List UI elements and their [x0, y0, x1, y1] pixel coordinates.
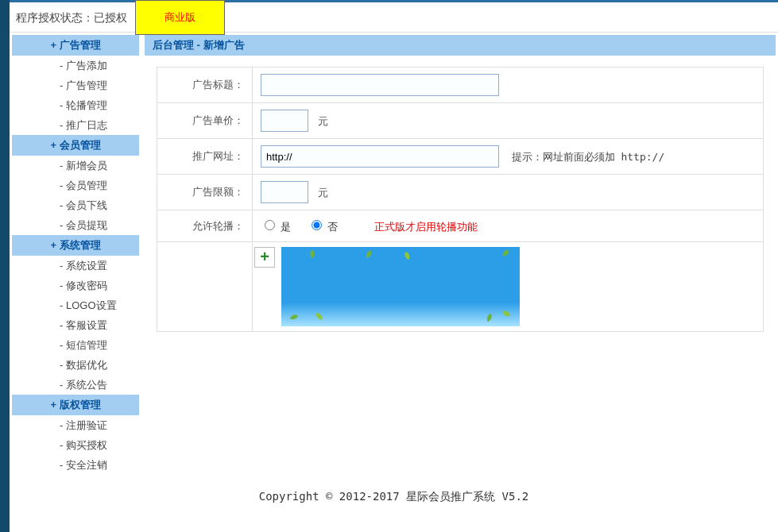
input-url[interactable]: [261, 145, 499, 168]
sidebar-item-sys-settings[interactable]: - 系统设置: [12, 256, 139, 276]
sidebar-item-reg-verify[interactable]: - 注册验证: [12, 415, 139, 435]
sidebar-item-safe-logout[interactable]: - 安全注销: [12, 455, 139, 475]
hint-carousel: 正式版才启用轮播功能: [374, 221, 478, 233]
label-image: [157, 242, 253, 332]
unit-limit: 元: [318, 187, 328, 199]
sidebar-section-system: + 系统管理 - 系统设置 - 修改密码 - LOGO设置 - 客服设置 - 短…: [12, 235, 139, 395]
label-price: 广告单价：: [157, 103, 253, 139]
leaf-icon: [479, 310, 497, 326]
sidebar-item-member-downline[interactable]: - 会员下线: [12, 195, 139, 215]
footer: Copyright © 2012-2017 星际会员推广系统 V5.2: [10, 490, 778, 504]
sidebar-section-ads: + 广告管理 - 广告添加 - 广告管理 - 轮播管理 - 推广日志: [12, 35, 139, 135]
radio-yes-label: 是: [281, 221, 291, 233]
breadcrumb: 后台管理 - 新增广告: [145, 35, 776, 56]
form-table: 广告标题： 广告单价： 元 推广网址：: [157, 67, 764, 332]
radio-yes-wrap[interactable]: 是: [261, 221, 293, 233]
sidebar-item-member-withdraw[interactable]: - 会员提现: [12, 215, 139, 235]
sidebar-item-buy-license[interactable]: - 购买授权: [12, 435, 139, 455]
sidebar-item-sys-notice[interactable]: - 系统公告: [12, 375, 139, 395]
row-carousel: 允许轮播： 是 否 正式版才启用轮播功能: [157, 210, 764, 242]
license-header: 程序授权状态：已授权 商业版: [10, 2, 778, 33]
sidebar-item-member-manage[interactable]: - 会员管理: [12, 175, 139, 195]
sidebar-header-ads[interactable]: + 广告管理: [12, 35, 139, 56]
leaf-icon: [497, 305, 517, 325]
sidebar-item-logo-set[interactable]: - LOGO设置: [12, 295, 139, 315]
radio-no[interactable]: [312, 220, 322, 230]
sidebar: + 广告管理 - 广告添加 - 广告管理 - 轮播管理 - 推广日志 + 会员管…: [12, 35, 139, 470]
hint-url: 提示：网址前面必须加 http://: [512, 151, 665, 163]
input-title[interactable]: [261, 74, 499, 96]
sidebar-header-license[interactable]: + 版权管理: [12, 395, 139, 415]
row-price: 广告单价： 元: [157, 103, 764, 139]
body: + 广告管理 - 广告添加 - 广告管理 - 轮播管理 - 推广日志 + 会员管…: [10, 33, 778, 532]
sidebar-section-members: + 会员管理 - 新增会员 - 会员管理 - 会员下线 - 会员提现: [12, 135, 139, 235]
sidebar-item-promo-log[interactable]: - 推广日志: [12, 115, 139, 135]
input-price[interactable]: [261, 110, 308, 132]
radio-no-wrap[interactable]: 否: [308, 221, 340, 233]
inner-frame: 程序授权状态：已授权 商业版 + 广告管理 - 广告添加 - 广告管理 - 轮播…: [10, 2, 778, 532]
label-carousel: 允许轮播：: [157, 210, 253, 242]
leaf-icon: [358, 247, 377, 265]
banner-preview: [281, 247, 520, 326]
radio-no-label: 否: [327, 221, 338, 233]
leaf-icon: [310, 307, 330, 326]
leaf-icon: [283, 308, 301, 326]
sidebar-item-sms-manage[interactable]: - 短信管理: [12, 335, 139, 355]
sidebar-item-change-pwd[interactable]: - 修改密码: [12, 276, 139, 295]
plus-icon: +: [260, 248, 269, 265]
row-image: +: [157, 242, 764, 332]
sidebar-item-data-optimize[interactable]: - 数据优化: [12, 355, 139, 375]
sidebar-item-member-add[interactable]: - 新增会员: [12, 156, 139, 175]
sidebar-header-system[interactable]: + 系统管理: [12, 235, 139, 256]
license-status: 程序授权状态：已授权: [16, 2, 127, 33]
input-limit[interactable]: [261, 181, 308, 203]
sidebar-section-license: + 版权管理 - 注册验证 - 购买授权 - 安全注销: [12, 395, 139, 475]
license-badge: 商业版: [135, 0, 225, 35]
leaf-icon: [398, 248, 416, 266]
sidebar-item-service-set[interactable]: - 客服设置: [12, 315, 139, 335]
leaf-icon: [305, 249, 319, 263]
content: 后台管理 - 新增广告 广告标题： 广告单价： 元: [145, 35, 776, 470]
row-limit: 广告限额： 元: [157, 175, 764, 210]
label-limit: 广告限额：: [157, 175, 253, 210]
row-url: 推广网址： 提示：网址前面必须加 http://: [157, 139, 764, 175]
sidebar-item-ad-add[interactable]: - 广告添加: [12, 56, 139, 75]
row-title: 广告标题：: [157, 67, 764, 103]
radio-yes[interactable]: [265, 220, 275, 230]
page-root: 程序授权状态：已授权 商业版 + 广告管理 - 广告添加 - 广告管理 - 轮播…: [0, 0, 778, 532]
label-title: 广告标题：: [157, 67, 253, 103]
add-image-button[interactable]: +: [254, 247, 275, 268]
sidebar-item-carousel-manage[interactable]: - 轮播管理: [12, 95, 139, 115]
sidebar-item-ad-manage[interactable]: - 广告管理: [12, 75, 139, 95]
unit-price: 元: [318, 115, 328, 127]
leaf-icon: [494, 247, 514, 264]
label-url: 推广网址：: [157, 139, 253, 175]
sidebar-header-members[interactable]: + 会员管理: [12, 135, 139, 156]
